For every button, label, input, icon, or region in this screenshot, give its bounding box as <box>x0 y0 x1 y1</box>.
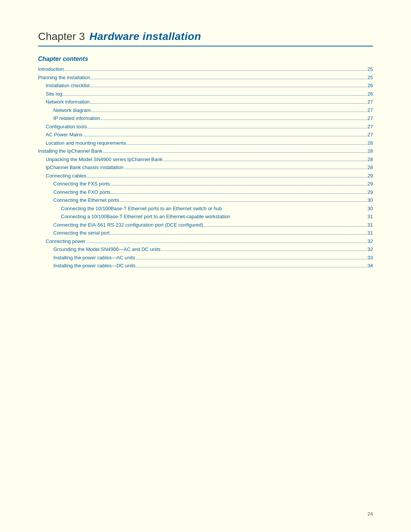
toc-entry[interactable]: IP related information27 <box>38 115 373 122</box>
toc-dots <box>111 185 367 185</box>
toc-dots <box>63 95 366 96</box>
toc-dots <box>204 226 367 227</box>
chapter-title-line: Chapter 3 Hardware installation <box>38 30 373 43</box>
toc-page: 30 <box>368 197 373 204</box>
toc-label: Introduction <box>38 66 64 73</box>
toc-dots <box>124 169 367 169</box>
toc-entry[interactable]: Connecting the 10/100Base-T Ethernet por… <box>38 205 373 212</box>
toc-label: Connecting the FXS ports <box>53 180 110 188</box>
toc-entry[interactable]: Site log26 <box>38 90 373 98</box>
toc-page: 25 <box>368 66 373 73</box>
toc-entry[interactable]: Network diagram27 <box>38 107 373 114</box>
toc-entry[interactable]: Connecting the FXS ports29 <box>38 180 373 188</box>
toc-entry[interactable]: Installing the power cables—DC units34 <box>38 262 373 270</box>
toc-page: 28 <box>368 164 373 171</box>
toc-entry[interactable]: Introduction25 <box>38 66 373 73</box>
page-container: Chapter 3 Hardware installation Chapter … <box>0 0 411 301</box>
toc-label: Connecting the EIA-561 RS-232 configurat… <box>53 221 203 229</box>
toc-dots <box>91 87 367 87</box>
toc-label: Site log <box>46 90 62 98</box>
toc-page: 27 <box>368 115 373 122</box>
toc-dots <box>103 152 366 153</box>
toc-dots <box>87 177 367 177</box>
page-number: 24 <box>368 511 373 517</box>
toc-entry[interactable]: Connecting the FXO ports29 <box>38 189 373 196</box>
toc-entry[interactable]: Grounding the Model SN4900—AC and DC uni… <box>38 246 373 253</box>
toc-page: 26 <box>368 82 373 89</box>
toc-dots <box>120 201 367 202</box>
toc-label: Configuration tools <box>46 123 87 131</box>
toc-dots <box>161 251 367 251</box>
toc-entry[interactable]: Connecting the Ethernet ports30 <box>38 197 373 204</box>
toc-dots <box>88 128 366 128</box>
toc-page: 33 <box>368 254 373 262</box>
chapter-label: Chapter 3 <box>38 30 85 43</box>
toc-page: 27 <box>368 131 373 139</box>
toc-dots <box>91 79 366 79</box>
toc-entry[interactable]: Network information27 <box>38 98 373 106</box>
toc-page: 32 <box>368 238 373 245</box>
toc-label: Network information <box>46 98 90 106</box>
toc-page: 31 <box>368 229 373 237</box>
toc-label: Connecting the serial port <box>53 229 110 237</box>
toc-label: Unpacking the Model SN4900 series IpChan… <box>46 156 162 163</box>
toc-page: 29 <box>368 189 373 196</box>
toc-entry[interactable]: Installation checklist26 <box>38 82 373 89</box>
toc-label: Installing the power cables—AC units <box>53 254 135 262</box>
toc-entry[interactable]: Configuration tools27 <box>38 123 373 131</box>
toc-label: Location and mounting requirements <box>46 139 126 147</box>
toc-label: Installation checklist <box>46 82 90 89</box>
toc-label: Grounding the Model SN4900—AC and DC uni… <box>53 246 161 253</box>
toc-dots <box>136 267 366 267</box>
chapter-contents-title: Chapter contents <box>38 56 373 62</box>
toc-dots <box>101 120 366 120</box>
toc-label: Connecting a 10/100Base-T Ethernet port … <box>61 213 230 220</box>
toc-label: Installing the IpChannel Bank <box>38 147 102 155</box>
toc-entry[interactable]: AC Power Mains27 <box>38 131 373 139</box>
toc-page: 27 <box>368 107 373 114</box>
toc-label: IpChannel Bank chassis installation <box>46 164 124 171</box>
toc-page: 31 <box>368 221 373 229</box>
toc: Introduction25Planning the installation2… <box>38 66 373 270</box>
toc-dots <box>83 136 367 136</box>
toc-page: 27 <box>368 123 373 131</box>
toc-page: 29 <box>368 172 373 180</box>
toc-page: 34 <box>368 262 373 270</box>
toc-page: 32 <box>368 246 373 253</box>
toc-page: 29 <box>368 180 373 188</box>
toc-entry[interactable]: Connecting the serial port31 <box>38 229 373 237</box>
toc-entry[interactable]: Connecting power32 <box>38 238 373 245</box>
toc-entry[interactable]: Installing the IpChannel Bank28 <box>38 147 373 155</box>
toc-dots <box>65 70 367 71</box>
toc-label: Installing the power cables—DC units <box>53 262 135 270</box>
toc-entry[interactable]: Connecting cables29 <box>38 172 373 180</box>
toc-entry[interactable]: Connecting a 10/100Base-T Ethernet port … <box>38 213 373 220</box>
toc-label: Planning the installation <box>38 74 90 81</box>
chapter-header: Chapter 3 Hardware installation <box>38 30 373 43</box>
toc-dots <box>86 243 367 243</box>
toc-page: 27 <box>368 98 373 106</box>
toc-entry[interactable]: Planning the installation25 <box>38 74 373 81</box>
toc-dots <box>163 161 366 161</box>
toc-dots <box>111 193 366 194</box>
toc-entry[interactable]: Unpacking the Model SN4900 series IpChan… <box>38 156 373 163</box>
toc-entry[interactable]: Location and mounting requirements28 <box>38 139 373 147</box>
toc-entry[interactable]: Connecting the EIA-561 RS-232 configurat… <box>38 221 373 229</box>
toc-entry[interactable]: IpChannel Bank chassis installation28 <box>38 164 373 171</box>
toc-dots <box>91 103 367 104</box>
toc-label: Connecting the 10/100Base-T Ethernet por… <box>61 205 222 212</box>
toc-page: 28 <box>368 156 373 163</box>
toc-dots <box>91 112 366 112</box>
toc-label: Connecting power <box>46 238 86 245</box>
toc-page: 26 <box>368 90 373 98</box>
toc-page: 28 <box>368 139 373 147</box>
toc-page: 30 <box>368 205 373 212</box>
toc-label: AC Power Mains <box>46 131 83 139</box>
toc-entry[interactable]: Installing the power cables—AC units33 <box>38 254 373 262</box>
toc-dots <box>127 144 367 145</box>
toc-label: IP related information <box>53 115 100 122</box>
toc-dots <box>136 259 366 259</box>
toc-page: 31 <box>368 213 373 220</box>
toc-label: Network diagram <box>53 107 91 114</box>
toc-label: Connecting cables <box>46 172 86 180</box>
